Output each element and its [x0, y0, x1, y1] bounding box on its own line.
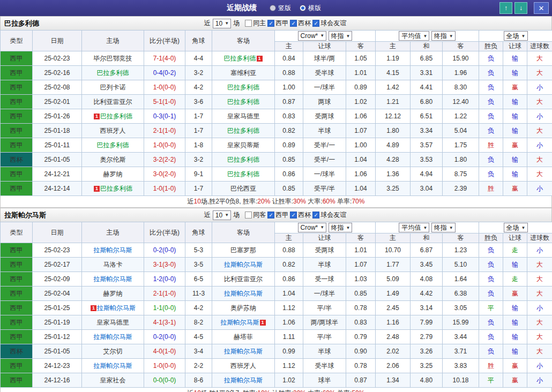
team-name: 巴拉多利德 [224, 55, 256, 62]
filter-checkbox-label: 同主 [253, 19, 266, 28]
score-cell: 0-0(0-0) [144, 373, 185, 388]
filter-checkbox-item[interactable]: ✓西杯 [290, 210, 311, 220]
col-home: 主场 [82, 31, 144, 51]
corner-cell: 1-8 [185, 138, 212, 153]
corner-cell: 3-2 [185, 153, 212, 167]
avg-draw-cell: 3.34 [411, 124, 443, 138]
checkbox-icon[interactable]: ✓ [267, 20, 274, 27]
bookmaker-select[interactable]: Crow*▼ [298, 31, 327, 41]
score-cell: 2-1(1-0) [144, 124, 185, 138]
handicap-result-cell: 赢 [503, 359, 527, 373]
goals-result-cell: 大 [527, 344, 552, 359]
odds-home-cell: 0.87 [275, 95, 303, 109]
summary-segment: 30% [293, 389, 306, 392]
date-cell: 25-01-05 [33, 153, 82, 167]
view-option-horizontal[interactable]: 横版 [300, 4, 321, 13]
scroll-up-button[interactable]: ↑ [499, 2, 512, 14]
window-titlebar: 近期战绩 竖版 横版 ↑ ↓ ✕ [0, 0, 552, 16]
away-team-cell: 拉斯帕尔马斯 [212, 373, 275, 388]
scope-select[interactable]: 全场▼ [504, 223, 528, 232]
summary-segment: 场,胜2平0负8, 胜率: [201, 198, 257, 205]
average-select[interactable]: 平均值▼ [399, 223, 429, 232]
avg-home-cell: 1.77 [376, 258, 411, 272]
avg-draw-cell: 3.53 [411, 153, 443, 167]
summary-segment: 近 [188, 389, 194, 392]
section-header: 拉斯帕尔马斯 近 10▼ 场 同客✓西甲✓西杯✓球会友谊 [0, 208, 552, 222]
avg-draw-cell: 4.94 [411, 167, 443, 182]
odds-away-cell: 1.06 [346, 109, 376, 124]
date-cell: 25-01-05 [33, 344, 82, 359]
odds-away-cell: 1.07 [346, 124, 376, 138]
goals-result-cell: 小 [527, 359, 552, 373]
filter-checkbox-item[interactable]: ✓球会友谊 [312, 210, 346, 220]
avg-home-cell: 2.45 [376, 301, 411, 315]
filter-checkbox-item[interactable]: ✓球会友谊 [312, 19, 346, 28]
col-goals: 进球数 [527, 233, 552, 243]
checkbox-icon[interactable] [245, 212, 252, 218]
scope-selects: 全场▼ [479, 31, 552, 42]
filter-checkbox-item[interactable]: ✓西杯 [290, 19, 311, 28]
col-type: 类型 [1, 31, 33, 51]
avg-final-select[interactable]: 终指▼ [431, 31, 456, 41]
home-team-cell: 拉斯帕尔马斯 [82, 330, 144, 344]
filter-checkbox-item[interactable]: 同客 [245, 210, 266, 220]
avg-final-select-value: 终指 [434, 223, 447, 232]
checkbox-icon[interactable]: ✓ [290, 212, 297, 218]
team-name: 艾尔切 [103, 348, 123, 355]
close-button[interactable]: ✕ [534, 2, 549, 14]
filter-checkbox-item[interactable]: ✓西甲 [267, 210, 288, 220]
summary-segment: 单率: [335, 198, 352, 205]
avg-final-select[interactable]: 终指▼ [431, 223, 456, 232]
odds-away-cell: 0.78 [346, 359, 376, 373]
match-count-value: 10 [215, 20, 222, 27]
odds-line-cell: 受两球 [303, 109, 346, 124]
checkbox-icon[interactable]: ✓ [312, 212, 319, 218]
result-cell: 平 [479, 301, 503, 315]
team-name: 皇家贝蒂斯 [227, 141, 259, 149]
avg-draw-cell: 4.41 [411, 80, 443, 95]
match-count-select[interactable]: 10▼ [213, 19, 231, 28]
match-row: 西甲24-12-23拉斯帕尔马斯1-0(0-0)2-2西班牙人1.12受半球0.… [1, 359, 552, 373]
date-cell: 25-01-11 [33, 138, 82, 153]
home-team-cell: 赫罗纳 [82, 287, 144, 301]
average-select[interactable]: 平均值▼ [399, 31, 429, 41]
team-name: 拉斯帕尔马斯 [94, 275, 132, 283]
summary-segment: 近 [188, 198, 194, 205]
avg-home-cell: 2.48 [376, 330, 411, 344]
matches-tbody: 西甲25-02-23毕尔巴鄂竞技7-1(4-0)4-4巴拉多利德10.84球半/… [1, 51, 552, 196]
view-option-vertical[interactable]: 竖版 [270, 4, 291, 13]
checkbox-icon[interactable]: ✓ [267, 212, 274, 218]
scroll-down-button[interactable]: ↓ [514, 2, 527, 14]
league-cell: 西甲 [1, 272, 33, 287]
score-cell: 1-2(0-0) [144, 272, 185, 287]
checkbox-icon[interactable]: ✓ [290, 20, 297, 27]
odds-final-select[interactable]: 终指▼ [329, 31, 353, 41]
avg-draw-cell: 6.51 [411, 109, 443, 124]
corner-cell: 9-1 [185, 167, 212, 182]
odds-home-cell: 0.83 [275, 109, 303, 124]
match-count-select[interactable]: 10▼ [213, 210, 231, 220]
away-team-cell: 巴拉多利德 [212, 95, 275, 109]
result-cell: 负 [479, 315, 503, 330]
result-cell: 负 [479, 330, 503, 344]
avg-away-cell: 1.23 [443, 243, 479, 258]
team-name: 西班牙人 [100, 127, 126, 134]
bookmaker-select[interactable]: Crow*▼ [298, 223, 327, 232]
filter-checkbox-item[interactable]: ✓西甲 [267, 19, 288, 28]
radio-icon[interactable] [270, 5, 276, 11]
odds-away-cell: 1.01 [346, 66, 376, 80]
filter-checkbox-item[interactable]: 同主 [245, 19, 266, 28]
result-cell: 负 [479, 80, 503, 95]
checkbox-icon[interactable]: ✓ [312, 20, 319, 27]
filter-prefix-label: 近 [204, 19, 211, 28]
team-name: 拉斯帕尔马斯 [94, 333, 132, 341]
odds-final-select[interactable]: 终指▼ [329, 223, 353, 232]
avg-home-cell: 1.49 [376, 287, 411, 301]
scope-select[interactable]: 全场▼ [504, 31, 528, 41]
team-name: 西班牙人 [230, 362, 256, 370]
handicap-odds-selects: Crow*▼ 终指▼ [275, 31, 376, 42]
radio-icon[interactable] [300, 5, 306, 11]
match-row: 西杯25-01-05艾尔切4-0(1-0)3-4拉斯帕尔马斯0.99半球0.90… [1, 344, 552, 359]
away-team-cell: 巴拉多利德1 [212, 51, 275, 66]
checkbox-icon[interactable] [245, 20, 252, 27]
